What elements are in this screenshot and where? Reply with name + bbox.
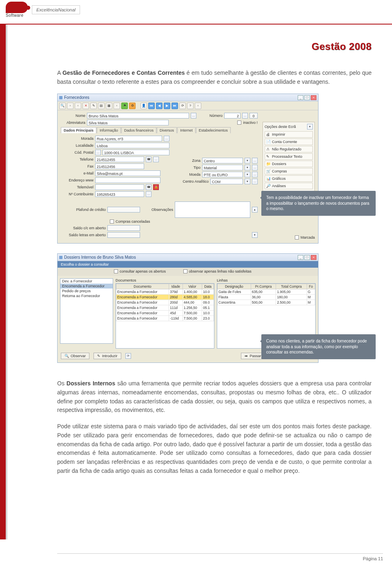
- new-icon[interactable]: ▫: [67, 103, 74, 109]
- side-analises[interactable]: 🔎Análises: [265, 183, 313, 189]
- fld-plafond[interactable]: [107, 207, 140, 213]
- user-icon[interactable]: 👤: [140, 103, 147, 109]
- table-row[interactable]: Encomenda a Fornecedor200d444,0009.0: [116, 300, 214, 305]
- btn-refresh[interactable]: ⟳: [125, 353, 131, 359]
- btn-moeda[interactable]: …: [252, 172, 258, 177]
- search-icon[interactable]: 🔍: [59, 103, 66, 109]
- maximize-button[interactable]: □: [304, 255, 310, 260]
- side-compras[interactable]: 🛒Compras: [265, 168, 313, 174]
- open-icon[interactable]: ▫: [75, 103, 81, 109]
- chk-inactivo[interactable]: [237, 121, 241, 125]
- btn-nome[interactable]: …: [191, 113, 196, 119]
- nav-first-icon[interactable]: ⏮: [148, 103, 155, 109]
- fld-fax[interactable]: 214512456: [95, 163, 144, 169]
- nav-next-icon[interactable]: ▶: [164, 103, 170, 109]
- fld-www[interactable]: [95, 177, 160, 183]
- btn-tmv-lock-icon[interactable]: 🔒: [153, 184, 159, 190]
- fld-tmv[interactable]: [95, 184, 144, 190]
- fld-morada[interactable]: Rua Açores, nº3: [95, 136, 162, 141]
- tab-financeiros[interactable]: Dados financeiros: [121, 127, 156, 133]
- btn-numero[interactable]: …: [242, 113, 248, 119]
- folder-icon[interactable]: ▫: [195, 103, 201, 109]
- fld-moeda[interactable]: PTE ou EURO: [202, 172, 243, 177]
- btn-morada[interactable]: …: [164, 136, 169, 141]
- table-row[interactable]: Flauta36,00180,00M: [218, 295, 315, 300]
- col-header[interactable]: Total Compra: [276, 284, 307, 289]
- maximize-button[interactable]: □: [304, 95, 310, 100]
- tab-dados-principais[interactable]: Dados Principais: [61, 127, 96, 133]
- btn-tel2[interactable]: …: [153, 157, 159, 162]
- close-button[interactable]: ×: [311, 95, 316, 100]
- table-row[interactable]: Encomenda a Fornecedor280d4.585,0018.0: [116, 295, 214, 300]
- col-header[interactable]: Designação: [218, 284, 251, 289]
- list-icon[interactable]: ▤: [98, 103, 105, 109]
- list-item[interactable]: Encomenda a Fornecedor: [60, 284, 113, 289]
- side-nao-reg[interactable]: ⚠Não Regularizado: [265, 146, 313, 152]
- fld-obs[interactable]: [175, 201, 250, 218]
- refresh-icon[interactable]: ⟳: [179, 103, 186, 109]
- table-row[interactable]: Encomenda a Fornecedor-119d7.500,0023.0: [116, 316, 214, 321]
- table-row[interactable]: Encomenda a Fornecedor379d1.400,0010.0: [116, 289, 214, 295]
- chart-icon[interactable]: ▦: [106, 103, 112, 109]
- dd-centro[interactable]: ▾: [245, 179, 250, 184]
- btn-zona[interactable]: …: [252, 158, 258, 163]
- doc-icon[interactable]: ▫: [114, 103, 120, 109]
- side-conta-corrente[interactable]: 📄Conta Corrente: [265, 139, 313, 145]
- tab-estab[interactable]: Estabelecimentos: [196, 127, 231, 133]
- dossier-type-list[interactable]: Dev. a FornecedorEncomenda a FornecedorP…: [60, 278, 113, 344]
- col-header[interactable]: Documento: [116, 284, 169, 289]
- fld-local[interactable]: Lisboa: [95, 143, 169, 148]
- list-item[interactable]: Dev. a Fornecedor: [60, 279, 113, 284]
- tool-icon[interactable]: ⚙: [129, 103, 136, 109]
- delete-icon[interactable]: ✕: [82, 103, 89, 109]
- chk-abertos[interactable]: [114, 269, 118, 273]
- nav-last-icon[interactable]: ⏭: [172, 103, 178, 109]
- fld-zona[interactable]: Centro: [202, 158, 243, 163]
- col-header[interactable]: Pr.Compra: [251, 284, 276, 289]
- grid-documentos[interactable]: DocumentoIdadeValorDataEncomenda a Forne…: [116, 283, 214, 349]
- close-button[interactable]: ×: [311, 255, 316, 260]
- table-row[interactable]: Concertina500,002.500,00M: [218, 300, 315, 305]
- table-row[interactable]: Encomenda a Fornecedor111d1.256,5005.1: [116, 305, 214, 311]
- fld-nome[interactable]: Bruno Silva Matos: [87, 113, 189, 119]
- fld-tel[interactable]: 214512455: [95, 157, 144, 162]
- list-item[interactable]: Retorna ao Fornecedor: [60, 293, 113, 298]
- side-imprimir[interactable]: 🖨Imprimir: [265, 131, 313, 138]
- dd-tipo[interactable]: ▾: [245, 165, 250, 170]
- tab-diversos[interactable]: Diversos: [157, 127, 177, 133]
- minimize-button[interactable]: _: [298, 95, 303, 100]
- fld-abrev[interactable]: Silva Matos: [87, 120, 169, 125]
- fld-cp[interactable]: 1000-001 LISBOA: [102, 150, 169, 155]
- help-icon[interactable]: ?: [187, 103, 194, 109]
- col-header[interactable]: Fo: [307, 284, 315, 289]
- btn-observar[interactable]: 🔍 Observar: [61, 353, 89, 359]
- nav-prev-icon[interactable]: ◀: [156, 103, 163, 109]
- btn-tipo[interactable]: …: [252, 165, 258, 170]
- flag-icon[interactable]: ⚑: [121, 103, 128, 109]
- table-row[interactable]: Gaita de Foles635,001.905,00G: [218, 289, 315, 295]
- table-row[interactable]: Encomenda a Fornecedor45d7.500,0010.0: [116, 311, 214, 316]
- tab-informacao[interactable]: Informação: [97, 127, 121, 133]
- dd-moeda[interactable]: ▾: [245, 172, 250, 177]
- btn-tmv1[interactable]: ☎: [146, 184, 151, 190]
- dd-zona[interactable]: ▾: [245, 158, 250, 163]
- side-dossiers[interactable]: 📁Dossiers: [265, 161, 313, 167]
- col-header[interactable]: Data: [202, 284, 214, 289]
- list-item[interactable]: Pedido de preços: [60, 289, 113, 293]
- side-graficos[interactable]: 📊Gráficos: [265, 175, 313, 182]
- btn-nif[interactable]: …: [146, 191, 151, 197]
- btn-introduzir[interactable]: ✎ Introduzir: [94, 353, 121, 359]
- fld-nif[interactable]: 195265423: [95, 191, 144, 197]
- col-header[interactable]: Idade: [169, 284, 183, 289]
- btn-cp[interactable]: …: [95, 150, 101, 155]
- fld-centro[interactable]: COM: [210, 179, 243, 184]
- tab-internet[interactable]: Internet: [177, 127, 196, 133]
- edit-icon[interactable]: ✎: [90, 103, 97, 109]
- obs-scroll-up[interactable]: ▴: [252, 207, 258, 213]
- fld-tipo[interactable]: Material: [202, 165, 243, 170]
- opcoes-dd[interactable]: ▾: [307, 124, 313, 130]
- fld-numero[interactable]: 2: [224, 113, 241, 119]
- fld-email[interactable]: Silva@matos.pt: [95, 170, 160, 176]
- btn-tel1[interactable]: ☎: [146, 157, 151, 162]
- minimize-button[interactable]: _: [298, 255, 303, 260]
